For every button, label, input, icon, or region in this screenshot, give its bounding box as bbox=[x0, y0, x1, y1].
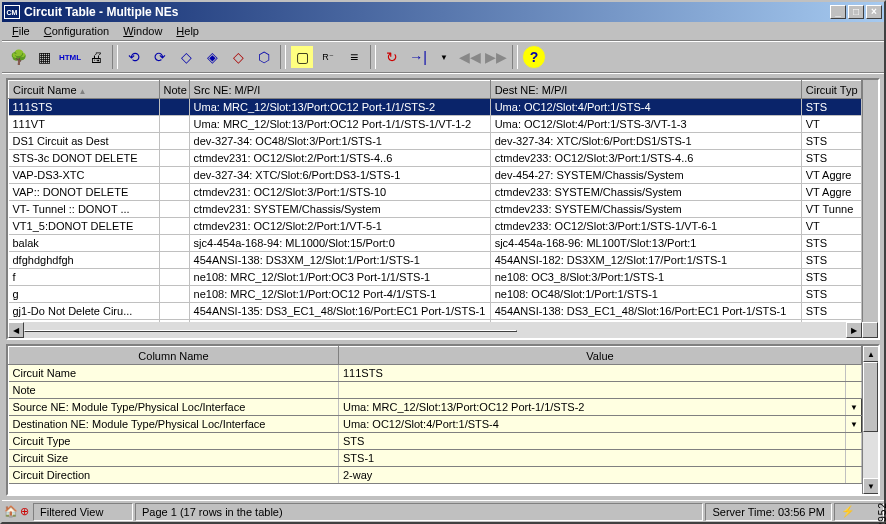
detail-row[interactable]: Source NE: Module Type/Physical Loc/Inte… bbox=[9, 399, 862, 416]
cell-type: VT Tunne bbox=[801, 201, 861, 218]
table-row[interactable]: 111VTUma: MRC_12/Slot:13/Port:OC12 Port-… bbox=[9, 116, 862, 133]
table-row[interactable]: balaksjc4-454a-168-94: ML1000/Slot:15/Po… bbox=[9, 235, 862, 252]
close-button[interactable]: × bbox=[866, 5, 882, 19]
table-row[interactable]: VT- Tunnel :: DONOT ...ctmdev231: SYSTEM… bbox=[9, 201, 862, 218]
toolbar-circuit3-icon[interactable]: ◇ bbox=[174, 45, 198, 69]
detail-value[interactable]: Uma: OC12/Slot:4/Port:1/STS-4 bbox=[339, 416, 846, 433]
home-icon[interactable]: 🏠 bbox=[4, 505, 18, 518]
toolbar-print-icon[interactable]: 🖨 bbox=[84, 45, 108, 69]
cell-note bbox=[159, 133, 189, 150]
toolbar-circuit4-icon[interactable]: ◈ bbox=[200, 45, 224, 69]
detail-value[interactable]: 2-way bbox=[339, 467, 846, 484]
status-server-time: Server Time: 03:56 PM bbox=[705, 503, 832, 521]
detail-row[interactable]: Note bbox=[9, 382, 862, 399]
scroll-left-button[interactable]: ◀ bbox=[8, 322, 24, 338]
toolbar-help-icon[interactable]: ? bbox=[522, 45, 546, 69]
toolbar-separator bbox=[112, 45, 118, 69]
col-src[interactable]: Src NE: M/P/I bbox=[189, 81, 490, 99]
cell-src: sjc4-454a-168-94: ML1000/Slot:15/Port:0 bbox=[189, 235, 490, 252]
menu-help[interactable]: Help bbox=[170, 24, 205, 38]
empty-cell bbox=[845, 450, 861, 467]
col-circuit-name[interactable]: Circuit Name▲ bbox=[9, 81, 160, 99]
col-dest[interactable]: Dest NE: M/P/I bbox=[490, 81, 801, 99]
table-row[interactable]: 111STSUma: MRC_12/Slot:13/Port:OC12 Port… bbox=[9, 99, 862, 116]
menu-window[interactable]: Window bbox=[117, 24, 168, 38]
table-row[interactable]: dfghdghdfgh454ANSI-138: DS3XM_12/Slot:1/… bbox=[9, 252, 862, 269]
detail-key: Circuit Size bbox=[9, 450, 339, 467]
table-row[interactable]: fne108: MRC_12/Slot:1/Port:OC3 Port-1/1/… bbox=[9, 269, 862, 286]
detail-col-name[interactable]: Column Name bbox=[9, 347, 339, 365]
scroll-up-button[interactable]: ▲ bbox=[863, 346, 878, 362]
detail-row[interactable]: Circuit Direction2-way bbox=[9, 467, 862, 484]
col-circuit-type[interactable]: Circuit Typ bbox=[801, 81, 861, 99]
detail-value[interactable]: Uma: MRC_12/Slot:13/Port:OC12 Port-1/1/S… bbox=[339, 399, 846, 416]
toolbar-circuit2-icon[interactable]: ⟳ bbox=[148, 45, 172, 69]
menu-bar: File Configuration Window Help bbox=[2, 22, 884, 40]
cell-note bbox=[159, 252, 189, 269]
dropdown-button[interactable]: ▼ bbox=[845, 399, 861, 416]
menu-configuration[interactable]: Configuration bbox=[38, 24, 115, 38]
toolbar-grid-icon[interactable]: ▦ bbox=[32, 45, 56, 69]
toolbar-circuit5-icon[interactable]: ◇ bbox=[226, 45, 250, 69]
detail-value[interactable]: STS bbox=[339, 433, 846, 450]
target-icon[interactable]: ⊕ bbox=[20, 505, 29, 518]
detail-value[interactable]: STS-1 bbox=[339, 450, 846, 467]
toolbar-tree-icon[interactable]: 🌳 bbox=[6, 45, 30, 69]
table-row[interactable]: VAP-DS3-XTCdev-327-34: XTC/Slot:6/Port:D… bbox=[9, 167, 862, 184]
toolbar-circuit1-icon[interactable]: ⟲ bbox=[122, 45, 146, 69]
table-row[interactable]: gne108: MRC_12/Slot:1/Port:OC12 Port-4/1… bbox=[9, 286, 862, 303]
app-icon: CM bbox=[4, 5, 20, 19]
cell-name: VT- Tunnel :: DONOT ... bbox=[9, 201, 160, 218]
detail-row[interactable]: Circuit Name111STS bbox=[9, 365, 862, 382]
table-row[interactable]: STS-3c DONOT DELETEctmdev231: OC12/Slot:… bbox=[9, 150, 862, 167]
detail-vertical-scrollbar[interactable]: ▲ ▼ bbox=[862, 346, 878, 494]
toolbar-goto-icon[interactable]: →| bbox=[406, 45, 430, 69]
scroll-right-button[interactable]: ▶ bbox=[846, 322, 862, 338]
table-row[interactable]: VT1_5:DONOT DELETEctmdev231: OC12/Slot:2… bbox=[9, 218, 862, 235]
empty-cell bbox=[845, 382, 861, 399]
cell-note bbox=[159, 150, 189, 167]
toolbar-filter-icon[interactable]: ≡ bbox=[342, 45, 366, 69]
detail-key: Note bbox=[9, 382, 339, 399]
detail-value[interactable]: 111STS bbox=[339, 365, 846, 382]
cell-note bbox=[159, 235, 189, 252]
scroll-corner bbox=[862, 322, 878, 338]
toolbar: 🌳 ▦ HTML 🖨 ⟲ ⟳ ◇ ◈ ◇ ⬡ ▢ R⁻ ≡ ↻ →| ▼ ◀◀ … bbox=[2, 42, 884, 72]
detail-col-value[interactable]: Value bbox=[339, 347, 862, 365]
toolbar-circuit6-icon[interactable]: ⬡ bbox=[252, 45, 276, 69]
scroll-down-button[interactable]: ▼ bbox=[863, 478, 878, 494]
cell-src: ctmdev231: SYSTEM/Chassis/System bbox=[189, 201, 490, 218]
table-row[interactable]: gj1-Do Not Delete Ciru...454ANSI-135: DS… bbox=[9, 303, 862, 320]
main-area: Circuit Name▲ Note Src NE: M/P/I Dest NE… bbox=[2, 74, 884, 500]
cell-name: DS1 Circuit as Dest bbox=[9, 133, 160, 150]
detail-row[interactable]: Circuit SizeSTS-1 bbox=[9, 450, 862, 467]
cell-name: STS-3c DONOT DELETE bbox=[9, 150, 160, 167]
cell-dest: Uma: OC12/Slot:4/Port:1/STS-4 bbox=[490, 99, 801, 116]
cell-note bbox=[159, 201, 189, 218]
toolbar-dropdown-icon[interactable]: ▼ bbox=[432, 45, 456, 69]
dropdown-button[interactable]: ▼ bbox=[845, 416, 861, 433]
table-row[interactable]: VAP:: DONOT DELETEctmdev231: OC12/Slot:3… bbox=[9, 184, 862, 201]
detail-row[interactable]: Destination NE: Module Type/Physical Loc… bbox=[9, 416, 862, 433]
status-filtered: Filtered View bbox=[33, 503, 133, 521]
cell-note bbox=[159, 303, 189, 320]
toolbar-note-icon[interactable]: ▢ bbox=[290, 45, 314, 69]
toolbar-refresh-icon[interactable]: ↻ bbox=[380, 45, 404, 69]
toolbar-next-icon[interactable]: ▶▶ bbox=[484, 45, 508, 69]
cell-src: 454ANSI-135: DS3_EC1_48/Slot:16/Port:EC1… bbox=[189, 303, 490, 320]
menu-file[interactable]: File bbox=[6, 24, 36, 38]
vertical-scrollbar[interactable] bbox=[862, 80, 878, 322]
toolbar-r-icon[interactable]: R⁻ bbox=[316, 45, 340, 69]
maximize-button[interactable]: □ bbox=[848, 5, 864, 19]
toolbar-prev-icon[interactable]: ◀◀ bbox=[458, 45, 482, 69]
detail-row[interactable]: Circuit TypeSTS bbox=[9, 433, 862, 450]
cell-type: STS bbox=[801, 99, 861, 116]
minimize-button[interactable]: _ bbox=[830, 5, 846, 19]
toolbar-html-icon[interactable]: HTML bbox=[58, 45, 82, 69]
detail-value[interactable] bbox=[339, 382, 846, 399]
table-row[interactable]: DS1 Circuit as Destdev-327-34: OC48/Slot… bbox=[9, 133, 862, 150]
horizontal-scrollbar[interactable]: ◀ ▶ bbox=[8, 322, 878, 338]
cell-name: gj1-Do Not Delete Ciru... bbox=[9, 303, 160, 320]
circuit-table[interactable]: Circuit Name▲ Note Src NE: M/P/I Dest NE… bbox=[8, 80, 862, 322]
col-note[interactable]: Note bbox=[159, 81, 189, 99]
